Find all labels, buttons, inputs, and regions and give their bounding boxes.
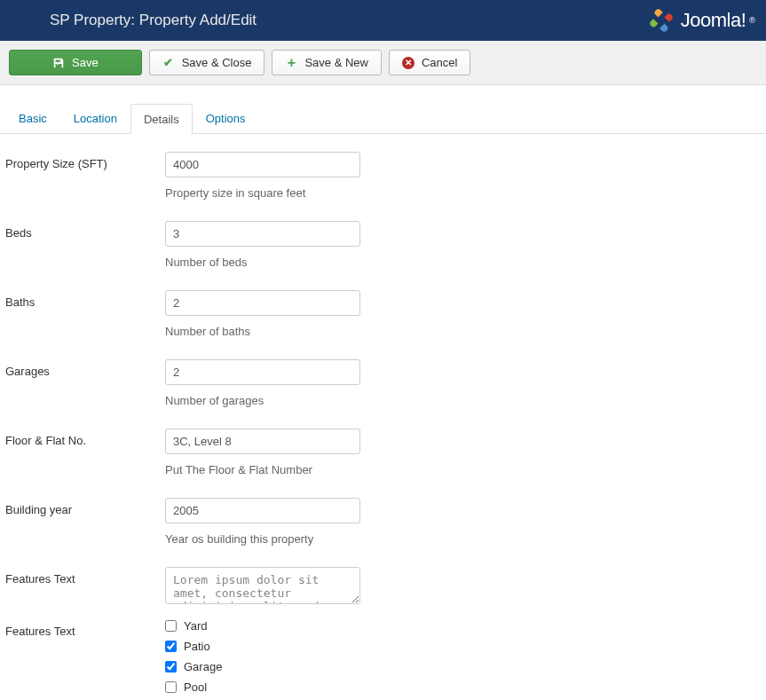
- tab-location[interactable]: Location: [60, 103, 130, 133]
- row-building-year: Building year Year os building this prop…: [5, 498, 761, 554]
- features-checkbox-list: Yard Patio Garage Pool Furnished: [165, 619, 235, 700]
- plus-icon: +: [285, 57, 297, 69]
- label-beds: Beds: [5, 221, 165, 240]
- checkbox-input-patio[interactable]: [165, 641, 177, 652]
- label-property-size: Property Size (SFT): [5, 152, 165, 170]
- input-baths[interactable]: [165, 290, 360, 316]
- label-features-checkboxes: Features Text: [5, 619, 165, 638]
- form-area: Property Size (SFT) Property size in squ…: [0, 134, 766, 700]
- input-building-year[interactable]: [165, 498, 360, 523]
- input-property-size[interactable]: [165, 152, 360, 177]
- label-building-year: Building year: [5, 498, 165, 516]
- help-garages: Number of garages: [165, 394, 360, 407]
- row-garages: Garages Number of garages: [5, 359, 761, 416]
- checkbox-input-pool[interactable]: [165, 681, 177, 693]
- page-header: SP Property: Property Add/Edit Joomla!®: [0, 0, 766, 41]
- checkbox-patio[interactable]: Patio: [165, 640, 235, 653]
- checkbox-yard[interactable]: Yard: [165, 619, 235, 633]
- joomla-icon: [645, 4, 677, 36]
- cancel-icon: ✕: [402, 57, 415, 69]
- label-garages: Garages: [5, 359, 165, 378]
- help-building-year: Year os building this property: [165, 532, 360, 546]
- tab-basic[interactable]: Basic: [5, 103, 60, 133]
- help-beds: Number of beds: [165, 256, 360, 269]
- textarea-features-text[interactable]: Lorem ipsum dolor sit amet, consectetur …: [165, 567, 360, 604]
- help-baths: Number of baths: [165, 325, 360, 338]
- check-icon: ✔: [162, 57, 175, 69]
- save-icon: [52, 57, 65, 69]
- checkbox-input-yard[interactable]: [165, 620, 177, 632]
- row-floor-flat: Floor & Flat No. Put The Floor & Flat Nu…: [5, 429, 761, 485]
- tab-options[interactable]: Options: [193, 103, 259, 133]
- help-floor-flat: Put The Floor & Flat Number: [165, 463, 360, 476]
- checkbox-pool[interactable]: Pool: [165, 680, 235, 694]
- cancel-button[interactable]: ✕ Cancel: [389, 50, 470, 75]
- label-features-text: Features Text: [5, 567, 165, 586]
- joomla-brand-text: Joomla!: [681, 9, 746, 32]
- page-title: SP Property: Property Add/Edit: [50, 12, 257, 29]
- save-new-button[interactable]: + Save & New: [272, 50, 382, 75]
- save-close-button[interactable]: ✔ Save & Close: [149, 50, 265, 75]
- row-beds: Beds Number of beds: [5, 221, 761, 278]
- input-garages[interactable]: [165, 359, 360, 385]
- tabs: Basic Location Details Options: [0, 89, 766, 134]
- joomla-logo: Joomla!®: [645, 4, 755, 36]
- input-beds[interactable]: [165, 221, 360, 247]
- checkbox-garage[interactable]: Garage: [165, 660, 235, 673]
- tab-details[interactable]: Details: [130, 104, 193, 134]
- row-features-checkboxes: Features Text Yard Patio Garage Pool Fur…: [5, 619, 761, 700]
- row-property-size: Property Size (SFT) Property size in squ…: [5, 152, 761, 208]
- label-baths: Baths: [5, 290, 165, 309]
- registered-mark: ®: [749, 16, 755, 25]
- help-property-size: Property size in square feet: [165, 186, 360, 200]
- label-floor-flat: Floor & Flat No.: [5, 429, 165, 447]
- save-button[interactable]: Save: [9, 50, 142, 75]
- input-floor-flat[interactable]: [165, 429, 360, 454]
- row-features-text: Features Text Lorem ipsum dolor sit amet…: [5, 567, 761, 607]
- checkbox-input-garage[interactable]: [165, 661, 177, 672]
- row-baths: Baths Number of baths: [5, 290, 761, 347]
- toolbar: Save ✔ Save & Close + Save & New ✕ Cance…: [0, 41, 766, 85]
